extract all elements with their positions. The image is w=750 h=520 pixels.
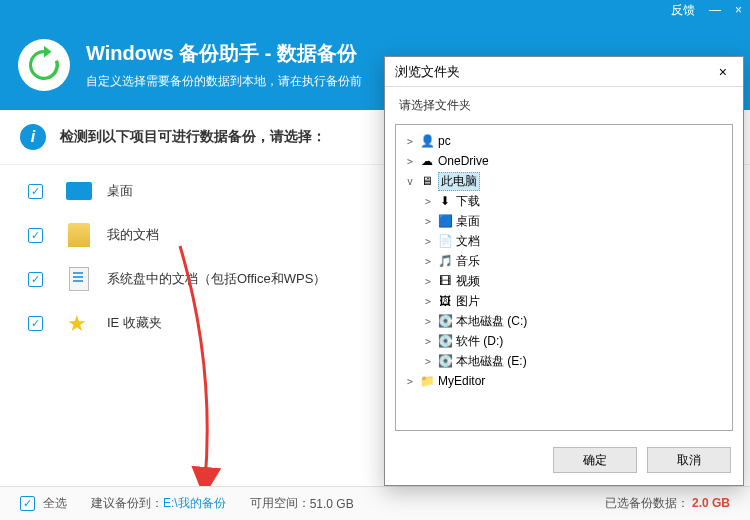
node-label: 下载 xyxy=(456,193,480,210)
tree-node[interactable]: >🎵音乐 xyxy=(400,251,728,271)
tree-node[interactable]: >⬇下载 xyxy=(400,191,728,211)
expand-toggle[interactable]: > xyxy=(422,196,434,207)
tree-node[interactable]: >💽软件 (D:) xyxy=(400,331,728,351)
tree-node[interactable]: >👤pc xyxy=(400,131,728,151)
minimize-button[interactable]: — xyxy=(709,3,721,17)
node-label: OneDrive xyxy=(438,154,489,168)
dialog-titlebar: 浏览文件夹 × xyxy=(385,57,743,87)
item-label: 系统盘中的文档（包括Office和WPS） xyxy=(107,270,326,288)
folder-tree[interactable]: >👤pc>☁OneDrivev🖥此电脑>⬇下载>🟦桌面>📄文档>🎵音乐>🎞视频>… xyxy=(395,124,733,431)
expand-toggle[interactable]: > xyxy=(404,136,416,147)
node-icon: 💽 xyxy=(436,314,454,328)
node-icon: 👤 xyxy=(418,134,436,148)
star-icon: ★ xyxy=(67,311,91,335)
expand-toggle[interactable]: > xyxy=(422,336,434,347)
node-icon: ⬇ xyxy=(436,194,454,208)
tree-node[interactable]: >☁OneDrive xyxy=(400,151,728,171)
select-all-label: 全选 xyxy=(43,495,67,512)
tree-node[interactable]: >📁MyEditor xyxy=(400,371,728,391)
tree-node[interactable]: >🖼图片 xyxy=(400,291,728,311)
window-titlebar: 反馈 — × xyxy=(0,0,750,20)
node-label: 本地磁盘 (C:) xyxy=(456,313,527,330)
node-icon: 💽 xyxy=(436,354,454,368)
folder-icon xyxy=(68,223,90,247)
selected-size-value: 2.0 GB xyxy=(692,496,730,510)
prompt-text: 检测到以下项目可进行数据备份，请选择： xyxy=(60,128,326,146)
cancel-button[interactable]: 取消 xyxy=(647,447,731,473)
expand-toggle[interactable]: > xyxy=(422,236,434,247)
node-icon: 🖼 xyxy=(436,294,454,308)
expand-toggle[interactable]: v xyxy=(404,176,416,187)
node-label: pc xyxy=(438,134,451,148)
footer-bar: ✓ 全选 建议备份到： E:\我的备份 可用空间： 51.0 GB 已选备份数据… xyxy=(0,486,750,520)
expand-toggle[interactable]: > xyxy=(404,376,416,387)
browse-folder-dialog: 浏览文件夹 × 请选择文件夹 >👤pc>☁OneDrivev🖥此电脑>⬇下载>🟦… xyxy=(384,56,744,486)
checkbox[interactable]: ✓ xyxy=(28,184,43,199)
node-icon: 🖥 xyxy=(418,174,436,188)
node-label: 视频 xyxy=(456,273,480,290)
node-label: 此电脑 xyxy=(438,172,480,191)
node-icon: 🎵 xyxy=(436,254,454,268)
close-button[interactable]: × xyxy=(735,3,742,17)
node-icon: 💽 xyxy=(436,334,454,348)
info-icon: i xyxy=(20,124,46,150)
app-logo xyxy=(18,39,70,91)
node-label: 音乐 xyxy=(456,253,480,270)
expand-toggle[interactable]: > xyxy=(422,216,434,227)
node-icon: 📁 xyxy=(418,374,436,388)
tree-node[interactable]: >💽本地磁盘 (C:) xyxy=(400,311,728,331)
node-label: MyEditor xyxy=(438,374,485,388)
node-label: 软件 (D:) xyxy=(456,333,503,350)
node-label: 本地磁盘 (E:) xyxy=(456,353,527,370)
expand-toggle[interactable]: > xyxy=(422,316,434,327)
item-label: 我的文档 xyxy=(107,226,159,244)
tree-node[interactable]: >🟦桌面 xyxy=(400,211,728,231)
tree-node[interactable]: >📄文档 xyxy=(400,231,728,251)
node-icon: 🟦 xyxy=(436,214,454,228)
feedback-link[interactable]: 反馈 xyxy=(671,2,695,19)
free-space-value: 51.0 GB xyxy=(310,497,354,511)
dialog-close-button[interactable]: × xyxy=(713,62,733,82)
page-title: Windows 备份助手 - 数据备份 xyxy=(86,40,362,67)
dialog-subtitle: 请选择文件夹 xyxy=(385,87,743,120)
node-label: 桌面 xyxy=(456,213,480,230)
refresh-icon xyxy=(24,45,64,85)
selected-size-label: 已选备份数据： xyxy=(605,496,689,510)
document-icon xyxy=(69,267,89,291)
tree-node[interactable]: v🖥此电脑 xyxy=(400,171,728,191)
expand-toggle[interactable]: > xyxy=(422,276,434,287)
checkbox[interactable]: ✓ xyxy=(28,272,43,287)
expand-toggle[interactable]: > xyxy=(422,256,434,267)
expand-toggle[interactable]: > xyxy=(422,296,434,307)
expand-toggle[interactable]: > xyxy=(404,156,416,167)
node-icon: 🎞 xyxy=(436,274,454,288)
tree-node[interactable]: >🎞视频 xyxy=(400,271,728,291)
node-icon: ☁ xyxy=(418,154,436,168)
node-icon: 📄 xyxy=(436,234,454,248)
item-label: 桌面 xyxy=(107,182,133,200)
item-label: IE 收藏夹 xyxy=(107,314,162,332)
free-space-label: 可用空间： xyxy=(250,495,310,512)
backup-path-link[interactable]: E:\我的备份 xyxy=(163,495,226,512)
select-all-checkbox[interactable]: ✓ xyxy=(20,496,35,511)
suggest-label: 建议备份到： xyxy=(91,495,163,512)
page-subtitle: 自定义选择需要备份的数据到本地，请在执行备份前 xyxy=(86,73,362,90)
checkbox[interactable]: ✓ xyxy=(28,228,43,243)
dialog-title: 浏览文件夹 xyxy=(395,63,460,81)
checkbox[interactable]: ✓ xyxy=(28,316,43,331)
expand-toggle[interactable]: > xyxy=(422,356,434,367)
tree-node[interactable]: >💽本地磁盘 (E:) xyxy=(400,351,728,371)
ok-button[interactable]: 确定 xyxy=(553,447,637,473)
desktop-icon xyxy=(66,182,92,200)
node-label: 图片 xyxy=(456,293,480,310)
node-label: 文档 xyxy=(456,233,480,250)
